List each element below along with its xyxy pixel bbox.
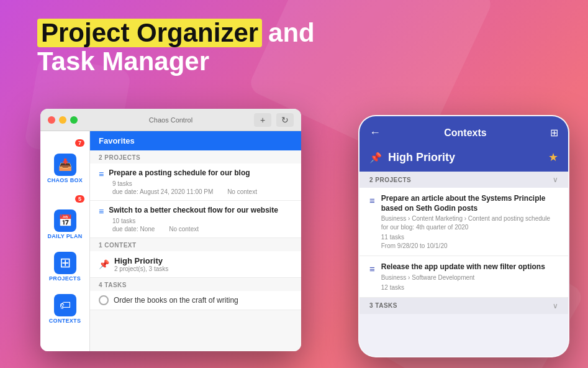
phone-project-1[interactable]: ≡ Prepare an article about the Systems P… bbox=[360, 188, 568, 256]
favorites-header[interactable]: Favorites bbox=[90, 131, 301, 150]
phone-pin-icon: 📌 bbox=[369, 152, 382, 163]
todo-circle-1 bbox=[99, 295, 109, 305]
phone-context-name: High Priority bbox=[388, 151, 542, 164]
phone-project-title-2: Release the app update with new filter o… bbox=[381, 262, 545, 272]
phone-project-breadcrumb-2: Business › Software Development bbox=[381, 274, 545, 282]
project-tasks-2: 10 tasks bbox=[112, 218, 135, 224]
header-line2: Task Manager bbox=[37, 47, 315, 76]
project-due-2: due date: None No context bbox=[99, 226, 292, 232]
project-item-2[interactable]: ≡ Switch to a better checkout flow for o… bbox=[90, 201, 301, 238]
phone-project-tasks-1: 11 tasks bbox=[381, 234, 558, 241]
sidebar-item-contexts[interactable]: 🏷 CONTEXTS bbox=[40, 290, 89, 328]
phone-project-2[interactable]: ≡ Release the app update with new filter… bbox=[360, 256, 568, 298]
window-minimize-dot[interactable] bbox=[59, 116, 66, 124]
daily-plan-icon: 📅 bbox=[54, 209, 76, 232]
window-dots bbox=[48, 116, 78, 124]
window-actions: + ↻ bbox=[254, 113, 294, 127]
window-body: 7 📥 CHAOS BOX 5 📅 DAILY PLAN ⊞ PROJECTS … bbox=[40, 131, 301, 351]
project-duedate-2: due date: None bbox=[112, 226, 155, 232]
phone-project-tasks-2: 12 tasks bbox=[381, 284, 545, 291]
todo-text-1: Order the books on the craft of writing bbox=[114, 296, 238, 305]
phone-project-icon-2: ≡ bbox=[369, 264, 375, 291]
project-context-1: No context bbox=[227, 188, 257, 195]
phone-project-title-1: Prepare an article about the Systems Pri… bbox=[381, 194, 558, 213]
app-sidebar: 7 📥 CHAOS BOX 5 📅 DAILY PLAN ⊞ PROJECTS … bbox=[40, 131, 90, 351]
projects-icon: ⊞ bbox=[54, 252, 76, 274]
chaos-box-label: CHAOS BOX bbox=[47, 177, 83, 183]
phone-tasks-section-header: 3 TASKS ∨ bbox=[360, 298, 568, 314]
projects-section-label: 2 PROJECTS bbox=[90, 150, 301, 163]
context-sub: 2 project(s), 3 tasks bbox=[114, 265, 168, 272]
chaos-box-icon: 📥 bbox=[54, 154, 76, 176]
project-due-1: due date: August 24, 2020 11:00 PM No co… bbox=[99, 188, 292, 195]
projects-label: PROJECTS bbox=[49, 275, 81, 282]
phone-context-row: 📌 High Priority ★ bbox=[360, 145, 568, 172]
phone-project-icon-1: ≡ bbox=[369, 195, 375, 249]
project-item-1[interactable]: ≡ Prepare a posting schedule for our blo… bbox=[90, 163, 301, 201]
project-context-2: No context bbox=[169, 226, 199, 232]
phone-header: ← Contexts ⊞ bbox=[360, 120, 568, 145]
context-name: High Priority bbox=[114, 256, 168, 265]
mobile-phone: ← Contexts ⊞ 📌 High Priority ★ 2 PROJECT… bbox=[358, 115, 569, 357]
project-icon-1: ≡ bbox=[99, 169, 104, 179]
tasks-section-label: 4 TASKS bbox=[90, 278, 301, 291]
phone-tasks-label: 3 TASKS bbox=[369, 302, 397, 309]
context-item-high-priority[interactable]: 📌 High Priority 2 project(s), 3 tasks bbox=[90, 251, 301, 278]
sidebar-item-projects[interactable]: ⊞ PROJECTS bbox=[40, 248, 89, 285]
pin-icon: 📌 bbox=[99, 259, 109, 269]
project-title-2: Switch to a better checkout flow for our… bbox=[109, 206, 278, 216]
window-title: Chaos Control bbox=[149, 116, 192, 124]
context-section-label: 1 CONTEXT bbox=[90, 238, 301, 251]
project-title-1: Prepare a posting schedule for our blog bbox=[109, 168, 250, 178]
phone-project-content-2: Release the app update with new filter o… bbox=[381, 262, 545, 291]
window-close-dot[interactable] bbox=[48, 116, 55, 124]
phone-grid-icon[interactable]: ⊞ bbox=[550, 127, 558, 139]
phone-body: 2 PROJECTS ∨ ≡ Prepare an article about … bbox=[360, 172, 568, 314]
phone-projects-chevron: ∨ bbox=[553, 175, 558, 184]
main-content: Favorites 2 PROJECTS ≡ Prepare a posting… bbox=[90, 131, 301, 351]
contexts-label: CONTEXTS bbox=[49, 318, 81, 324]
phone-header-title: Contexts bbox=[387, 127, 544, 139]
phone-back-button[interactable]: ← bbox=[369, 126, 381, 139]
header-text-block: Project Organizer and Task Manager bbox=[37, 19, 315, 76]
phone-project-dates-1: From 9/28/20 to 10/1/20 bbox=[381, 242, 558, 249]
header-highlight: Project Organizer bbox=[37, 19, 262, 47]
sidebar-item-daily-plan[interactable]: 📅 DAILY PLAN bbox=[40, 206, 89, 243]
header-line1: Project Organizer and bbox=[37, 19, 315, 47]
header-line1-suffix: and bbox=[268, 19, 315, 47]
project-meta-1: 9 tasks bbox=[99, 180, 292, 187]
daily-plan-label: DAILY PLAN bbox=[47, 233, 82, 239]
phone-projects-section-header: 2 PROJECTS ∨ bbox=[360, 172, 568, 188]
phone-projects-label: 2 PROJECTS bbox=[369, 177, 411, 183]
desktop-window: Chaos Control + ↻ 7 📥 CHAOS BOX 5 📅 DAIL… bbox=[40, 109, 301, 351]
phone-tasks-chevron: ∨ bbox=[553, 301, 558, 310]
phone-star-icon[interactable]: ★ bbox=[548, 150, 558, 164]
window-maximize-dot[interactable] bbox=[70, 116, 78, 124]
refresh-button[interactable]: ↻ bbox=[276, 113, 294, 127]
contexts-icon: 🏷 bbox=[54, 294, 76, 316]
window-titlebar: Chaos Control + ↻ bbox=[40, 109, 301, 131]
project-meta-2: 10 tasks bbox=[99, 218, 292, 224]
sidebar-item-chaos-box[interactable]: 📥 CHAOS BOX bbox=[40, 150, 89, 187]
daily-plan-badge: 5 bbox=[75, 195, 84, 203]
chaos-box-badge: 7 bbox=[75, 139, 84, 147]
phone-project-content-1: Prepare an article about the Systems Pri… bbox=[381, 194, 558, 249]
project-tasks-1: 9 tasks bbox=[112, 180, 132, 187]
todo-item-1[interactable]: Order the books on the craft of writing bbox=[90, 291, 301, 310]
add-button[interactable]: + bbox=[254, 113, 271, 127]
project-icon-2: ≡ bbox=[99, 206, 104, 216]
project-duedate-1: due date: August 24, 2020 11:00 PM bbox=[112, 188, 213, 195]
phone-project-breadcrumb-1: Business › Content Marketing › Content a… bbox=[381, 214, 558, 232]
